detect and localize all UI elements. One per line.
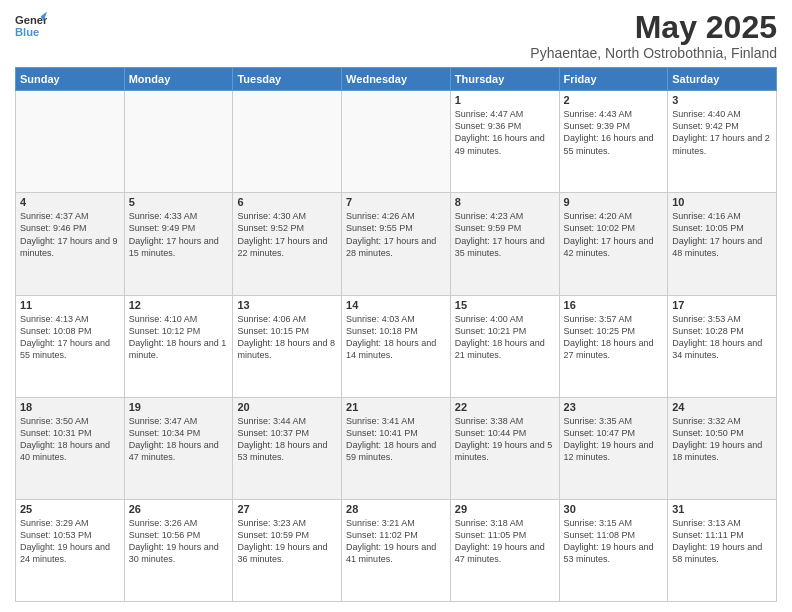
day-number: 19 [129, 401, 229, 413]
day-info: Sunrise: 4:33 AM Sunset: 9:49 PM Dayligh… [129, 210, 229, 259]
day-info: Sunrise: 4:43 AM Sunset: 9:39 PM Dayligh… [564, 108, 664, 157]
table-row: 8Sunrise: 4:23 AM Sunset: 9:59 PM Daylig… [450, 193, 559, 295]
table-row: 10Sunrise: 4:16 AM Sunset: 10:05 PM Dayl… [668, 193, 777, 295]
table-row: 29Sunrise: 3:18 AM Sunset: 11:05 PM Dayl… [450, 499, 559, 601]
table-row: 13Sunrise: 4:06 AM Sunset: 10:15 PM Dayl… [233, 295, 342, 397]
day-info: Sunrise: 3:50 AM Sunset: 10:31 PM Daylig… [20, 415, 120, 464]
col-tuesday: Tuesday [233, 68, 342, 91]
page: General Blue May 2025 Pyhaentae, North O… [0, 0, 792, 612]
day-info: Sunrise: 3:15 AM Sunset: 11:08 PM Daylig… [564, 517, 664, 566]
day-number: 26 [129, 503, 229, 515]
day-number: 1 [455, 94, 555, 106]
table-row: 5Sunrise: 4:33 AM Sunset: 9:49 PM Daylig… [124, 193, 233, 295]
logo-icon: General Blue [15, 10, 47, 42]
day-info: Sunrise: 4:10 AM Sunset: 10:12 PM Daylig… [129, 313, 229, 362]
day-number: 4 [20, 196, 120, 208]
day-info: Sunrise: 3:47 AM Sunset: 10:34 PM Daylig… [129, 415, 229, 464]
day-number: 13 [237, 299, 337, 311]
day-number: 6 [237, 196, 337, 208]
header: General Blue May 2025 Pyhaentae, North O… [15, 10, 777, 61]
day-number: 30 [564, 503, 664, 515]
table-row: 1Sunrise: 4:47 AM Sunset: 9:36 PM Daylig… [450, 91, 559, 193]
day-number: 27 [237, 503, 337, 515]
col-friday: Friday [559, 68, 668, 91]
table-row: 25Sunrise: 3:29 AM Sunset: 10:53 PM Dayl… [16, 499, 125, 601]
calendar-week-row: 11Sunrise: 4:13 AM Sunset: 10:08 PM Dayl… [16, 295, 777, 397]
calendar-week-row: 18Sunrise: 3:50 AM Sunset: 10:31 PM Dayl… [16, 397, 777, 499]
table-row: 3Sunrise: 4:40 AM Sunset: 9:42 PM Daylig… [668, 91, 777, 193]
table-row: 17Sunrise: 3:53 AM Sunset: 10:28 PM Dayl… [668, 295, 777, 397]
day-info: Sunrise: 4:06 AM Sunset: 10:15 PM Daylig… [237, 313, 337, 362]
day-number: 20 [237, 401, 337, 413]
logo: General Blue [15, 10, 47, 42]
day-info: Sunrise: 4:03 AM Sunset: 10:18 PM Daylig… [346, 313, 446, 362]
day-info: Sunrise: 3:57 AM Sunset: 10:25 PM Daylig… [564, 313, 664, 362]
col-wednesday: Wednesday [342, 68, 451, 91]
day-number: 14 [346, 299, 446, 311]
day-info: Sunrise: 3:29 AM Sunset: 10:53 PM Daylig… [20, 517, 120, 566]
day-number: 15 [455, 299, 555, 311]
day-info: Sunrise: 3:21 AM Sunset: 11:02 PM Daylig… [346, 517, 446, 566]
day-number: 16 [564, 299, 664, 311]
day-info: Sunrise: 3:38 AM Sunset: 10:44 PM Daylig… [455, 415, 555, 464]
day-info: Sunrise: 4:47 AM Sunset: 9:36 PM Dayligh… [455, 108, 555, 157]
day-number: 3 [672, 94, 772, 106]
calendar-table: Sunday Monday Tuesday Wednesday Thursday… [15, 67, 777, 602]
day-number: 5 [129, 196, 229, 208]
table-row: 14Sunrise: 4:03 AM Sunset: 10:18 PM Dayl… [342, 295, 451, 397]
day-number: 12 [129, 299, 229, 311]
day-info: Sunrise: 4:30 AM Sunset: 9:52 PM Dayligh… [237, 210, 337, 259]
table-row: 24Sunrise: 3:32 AM Sunset: 10:50 PM Dayl… [668, 397, 777, 499]
day-info: Sunrise: 3:23 AM Sunset: 10:59 PM Daylig… [237, 517, 337, 566]
day-info: Sunrise: 3:35 AM Sunset: 10:47 PM Daylig… [564, 415, 664, 464]
table-row: 22Sunrise: 3:38 AM Sunset: 10:44 PM Dayl… [450, 397, 559, 499]
calendar-week-row: 25Sunrise: 3:29 AM Sunset: 10:53 PM Dayl… [16, 499, 777, 601]
day-number: 18 [20, 401, 120, 413]
table-row: 7Sunrise: 4:26 AM Sunset: 9:55 PM Daylig… [342, 193, 451, 295]
day-number: 11 [20, 299, 120, 311]
table-row [16, 91, 125, 193]
day-number: 2 [564, 94, 664, 106]
day-info: Sunrise: 3:44 AM Sunset: 10:37 PM Daylig… [237, 415, 337, 464]
day-number: 17 [672, 299, 772, 311]
calendar-header-row: Sunday Monday Tuesday Wednesday Thursday… [16, 68, 777, 91]
day-info: Sunrise: 4:13 AM Sunset: 10:08 PM Daylig… [20, 313, 120, 362]
title-area: May 2025 Pyhaentae, North Ostrobothnia, … [530, 10, 777, 61]
col-sunday: Sunday [16, 68, 125, 91]
page-title: May 2025 [530, 10, 777, 45]
day-info: Sunrise: 3:18 AM Sunset: 11:05 PM Daylig… [455, 517, 555, 566]
table-row: 23Sunrise: 3:35 AM Sunset: 10:47 PM Dayl… [559, 397, 668, 499]
svg-text:Blue: Blue [15, 26, 39, 38]
day-number: 25 [20, 503, 120, 515]
day-number: 7 [346, 196, 446, 208]
day-number: 8 [455, 196, 555, 208]
day-info: Sunrise: 3:53 AM Sunset: 10:28 PM Daylig… [672, 313, 772, 362]
day-number: 10 [672, 196, 772, 208]
calendar-week-row: 1Sunrise: 4:47 AM Sunset: 9:36 PM Daylig… [16, 91, 777, 193]
table-row: 30Sunrise: 3:15 AM Sunset: 11:08 PM Dayl… [559, 499, 668, 601]
day-info: Sunrise: 3:26 AM Sunset: 10:56 PM Daylig… [129, 517, 229, 566]
table-row: 9Sunrise: 4:20 AM Sunset: 10:02 PM Dayli… [559, 193, 668, 295]
day-number: 31 [672, 503, 772, 515]
day-number: 23 [564, 401, 664, 413]
day-info: Sunrise: 4:37 AM Sunset: 9:46 PM Dayligh… [20, 210, 120, 259]
day-info: Sunrise: 4:23 AM Sunset: 9:59 PM Dayligh… [455, 210, 555, 259]
page-subtitle: Pyhaentae, North Ostrobothnia, Finland [530, 45, 777, 61]
table-row [233, 91, 342, 193]
table-row: 11Sunrise: 4:13 AM Sunset: 10:08 PM Dayl… [16, 295, 125, 397]
col-thursday: Thursday [450, 68, 559, 91]
table-row: 20Sunrise: 3:44 AM Sunset: 10:37 PM Dayl… [233, 397, 342, 499]
day-info: Sunrise: 4:26 AM Sunset: 9:55 PM Dayligh… [346, 210, 446, 259]
table-row: 31Sunrise: 3:13 AM Sunset: 11:11 PM Dayl… [668, 499, 777, 601]
day-number: 28 [346, 503, 446, 515]
day-info: Sunrise: 3:32 AM Sunset: 10:50 PM Daylig… [672, 415, 772, 464]
table-row: 26Sunrise: 3:26 AM Sunset: 10:56 PM Dayl… [124, 499, 233, 601]
day-info: Sunrise: 3:13 AM Sunset: 11:11 PM Daylig… [672, 517, 772, 566]
table-row: 16Sunrise: 3:57 AM Sunset: 10:25 PM Dayl… [559, 295, 668, 397]
table-row: 4Sunrise: 4:37 AM Sunset: 9:46 PM Daylig… [16, 193, 125, 295]
table-row: 27Sunrise: 3:23 AM Sunset: 10:59 PM Dayl… [233, 499, 342, 601]
table-row: 6Sunrise: 4:30 AM Sunset: 9:52 PM Daylig… [233, 193, 342, 295]
day-number: 24 [672, 401, 772, 413]
col-monday: Monday [124, 68, 233, 91]
table-row: 2Sunrise: 4:43 AM Sunset: 9:39 PM Daylig… [559, 91, 668, 193]
